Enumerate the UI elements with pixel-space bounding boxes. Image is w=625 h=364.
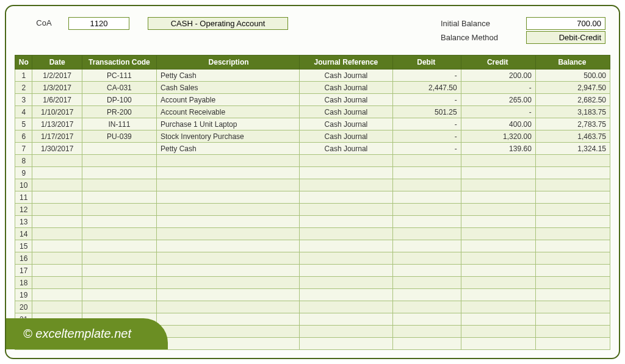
cell-desc[interactable] <box>157 179 300 191</box>
cell-desc[interactable] <box>157 252 300 265</box>
col-header-debit[interactable]: Debit <box>392 55 461 70</box>
col-header-balance[interactable]: Balance <box>535 55 610 70</box>
cell-desc[interactable] <box>157 167 300 179</box>
cell-balance[interactable] <box>535 289 610 301</box>
cell-ref[interactable] <box>300 240 393 252</box>
cell-no[interactable]: 14 <box>15 228 32 240</box>
cell-debit[interactable] <box>392 289 461 301</box>
cell-date[interactable] <box>32 167 82 179</box>
cell-credit[interactable]: 265.00 <box>461 94 535 106</box>
cell-debit[interactable] <box>392 326 461 338</box>
cell-ref[interactable]: Cash Journal <box>300 94 393 106</box>
cell-debit[interactable]: - <box>392 70 461 82</box>
cell-date[interactable] <box>32 228 82 240</box>
cell-desc[interactable]: Petty Cash <box>157 70 300 82</box>
cell-desc[interactable]: Account Payable <box>157 94 300 106</box>
cell-balance[interactable]: 2,783.75 <box>535 118 610 130</box>
cell-balance[interactable]: 500.00 <box>535 70 610 82</box>
cell-tcode[interactable]: PU-039 <box>82 130 156 143</box>
cell-credit[interactable] <box>461 301 535 313</box>
cell-debit[interactable] <box>392 277 461 289</box>
cell-tcode[interactable] <box>82 277 156 289</box>
cell-balance[interactable]: 2,682.50 <box>535 94 610 106</box>
cell-debit[interactable] <box>392 179 461 191</box>
cell-no[interactable]: 8 <box>15 155 32 167</box>
cell-no[interactable]: 15 <box>15 240 32 252</box>
col-header-desc[interactable]: Description <box>157 55 300 70</box>
cell-no[interactable]: 6 <box>15 130 32 143</box>
cell-date[interactable] <box>32 289 82 301</box>
cell-balance[interactable] <box>535 216 610 228</box>
cell-ref[interactable] <box>300 228 393 240</box>
cell-balance[interactable] <box>535 204 610 216</box>
cell-tcode[interactable] <box>82 228 156 240</box>
cell-tcode[interactable]: IN-111 <box>82 118 156 130</box>
cell-credit[interactable]: - <box>461 106 535 118</box>
cell-balance[interactable] <box>535 179 610 191</box>
cell-tcode[interactable] <box>82 240 156 252</box>
cell-date[interactable] <box>32 155 82 167</box>
cell-tcode[interactable]: CA-031 <box>82 82 156 94</box>
cell-desc[interactable]: Account Receivable <box>157 106 300 118</box>
cell-desc[interactable] <box>157 191 300 204</box>
cell-ref[interactable] <box>300 155 393 167</box>
cell-tcode[interactable] <box>82 301 156 313</box>
cell-balance[interactable] <box>535 228 610 240</box>
cell-no[interactable]: 19 <box>15 289 32 301</box>
cell-tcode[interactable]: DP-100 <box>82 94 156 106</box>
cell-balance[interactable] <box>535 326 610 338</box>
cell-debit[interactable] <box>392 313 461 326</box>
cell-debit[interactable] <box>392 252 461 265</box>
cell-tcode[interactable] <box>82 155 156 167</box>
cell-tcode[interactable] <box>82 289 156 301</box>
cell-ref[interactable] <box>300 179 393 191</box>
cell-tcode[interactable] <box>82 265 156 277</box>
cell-no[interactable]: 12 <box>15 204 32 216</box>
cell-ref[interactable]: Cash Journal <box>300 106 393 118</box>
cell-no[interactable]: 4 <box>15 106 32 118</box>
cell-balance[interactable] <box>535 252 610 265</box>
cell-date[interactable]: 1/17/2017 <box>32 130 82 143</box>
cell-debit[interactable] <box>392 228 461 240</box>
cell-ref[interactable]: Cash Journal <box>300 118 393 130</box>
cell-credit[interactable] <box>461 313 535 326</box>
cell-debit[interactable]: - <box>392 130 461 143</box>
cell-balance[interactable] <box>535 167 610 179</box>
cell-desc[interactable] <box>157 265 300 277</box>
cell-credit[interactable] <box>461 179 535 191</box>
cell-no[interactable]: 3 <box>15 94 32 106</box>
cell-ref[interactable] <box>300 301 393 313</box>
cell-credit[interactable] <box>461 204 535 216</box>
cell-ref[interactable] <box>300 191 393 204</box>
cell-date[interactable] <box>32 179 82 191</box>
cell-desc[interactable] <box>157 240 300 252</box>
cell-balance[interactable]: 3,183.75 <box>535 106 610 118</box>
cell-desc[interactable]: Purchase 1 Unit Laptop <box>157 118 300 130</box>
cell-ref[interactable] <box>300 289 393 301</box>
cell-debit[interactable] <box>392 155 461 167</box>
cell-ref[interactable]: Cash Journal <box>300 82 393 94</box>
cell-no[interactable]: 13 <box>15 216 32 228</box>
cell-tcode[interactable] <box>82 191 156 204</box>
cell-credit[interactable] <box>461 167 535 179</box>
cell-date[interactable]: 1/13/2017 <box>32 118 82 130</box>
cell-no[interactable]: 2 <box>15 82 32 94</box>
cell-no[interactable]: 17 <box>15 265 32 277</box>
cell-ref[interactable]: Cash Journal <box>300 130 393 143</box>
cell-ref[interactable]: Cash Journal <box>300 70 393 82</box>
cell-desc[interactable]: Cash Sales <box>157 82 300 94</box>
cell-no[interactable]: 7 <box>15 143 32 155</box>
initial-balance-value[interactable]: 700.00 <box>526 17 605 30</box>
cell-ref[interactable] <box>300 167 393 179</box>
cell-credit[interactable] <box>461 338 535 350</box>
col-header-date[interactable]: Date <box>32 55 82 70</box>
cell-date[interactable] <box>32 277 82 289</box>
cell-credit[interactable]: - <box>461 82 535 94</box>
cell-date[interactable] <box>32 240 82 252</box>
cell-desc[interactable] <box>157 204 300 216</box>
cell-debit[interactable] <box>392 338 461 350</box>
cell-no[interactable]: 11 <box>15 191 32 204</box>
cell-ref[interactable]: Cash Journal <box>300 143 393 155</box>
cell-balance[interactable] <box>535 155 610 167</box>
cell-credit[interactable] <box>461 252 535 265</box>
